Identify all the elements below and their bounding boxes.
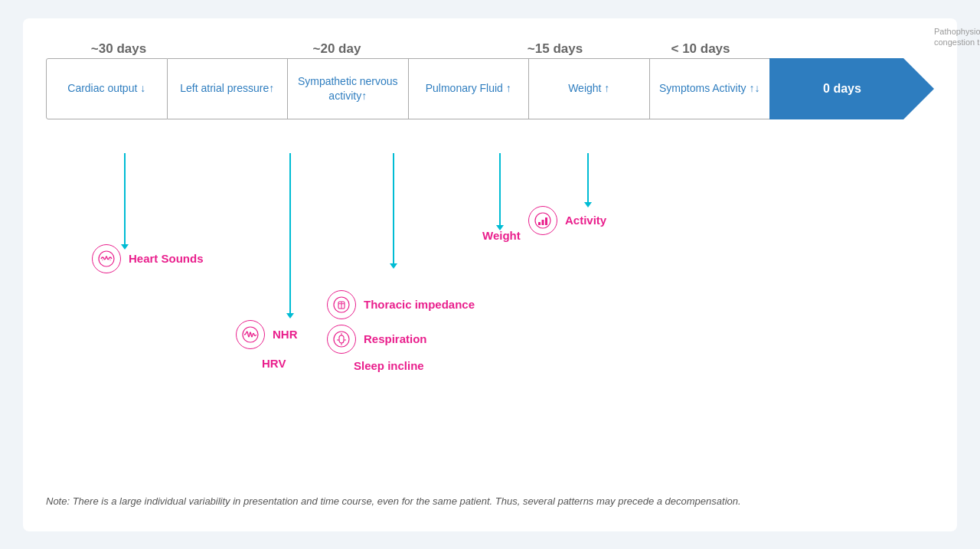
arrow-label: 0 days (769, 82, 915, 96)
heart-sounds-indicator: Heart Sounds (92, 244, 204, 273)
time-label-30: ~30 days (46, 41, 191, 57)
line-sympathetic (289, 153, 291, 314)
slide: ~30 days ~20 day ~15 days < 10 days 0 da… (23, 18, 957, 531)
segment-pulmonary: Pulmonary Fluid ↑ (409, 58, 530, 119)
time-label-0: 0 days (773, 41, 934, 57)
thoracic-icon (327, 290, 356, 319)
respiration-label: Respiration (364, 332, 427, 345)
pathophysiology-label: Pathophysiology of congestion timeline¹ (934, 26, 980, 48)
weight-indicator: Weight (482, 229, 521, 243)
sleep-label: Sleep incline (354, 359, 424, 372)
line-activity (587, 153, 589, 203)
weight-label: Weight (482, 229, 521, 242)
thoracic-label: Thoracic impedance (364, 298, 475, 311)
segment-sympathetic: Sympathetic nervous activity↑ (288, 58, 409, 119)
line-cardiac (124, 153, 126, 245)
time-label-20: ~20 day (191, 41, 482, 57)
time-label-15: ~15 days (482, 41, 628, 57)
note-text: Note: There is a large individual variab… (46, 494, 934, 510)
blue-arrow: 0 days (769, 58, 934, 119)
svg-rect-16 (542, 220, 544, 225)
sleep-indicator: Sleep incline (354, 359, 424, 373)
heart-sounds-label: Heart Sounds (129, 252, 204, 265)
svg-rect-9 (339, 335, 344, 343)
hrv-label: HRV (262, 357, 286, 370)
line-weight (499, 153, 501, 226)
segment-weight: Weight ↑ (529, 58, 650, 119)
activity-label: Activity (565, 214, 606, 227)
respiration-indicator: Respiration (327, 325, 427, 354)
respiration-icon (327, 325, 356, 354)
svg-rect-17 (545, 217, 547, 225)
activity-indicator: Activity (528, 206, 606, 235)
nhr-icon (236, 320, 265, 349)
timeline-container: ~30 days ~20 day ~15 days < 10 days 0 da… (46, 41, 934, 119)
segment-symptoms: Symptoms Activity ↑↓ (650, 58, 770, 119)
line-pulmonary (393, 153, 394, 264)
time-label-10: < 10 days (628, 41, 773, 57)
thoracic-indicator: Thoracic impedance (327, 290, 475, 319)
hrv-indicator: HRV (262, 357, 286, 371)
segment-atrial: Left atrial pressure↑ (168, 58, 289, 119)
nhr-indicator: NHR (236, 320, 298, 349)
svg-rect-15 (538, 222, 541, 225)
activity-icon (528, 206, 557, 235)
nhr-label: NHR (273, 328, 298, 341)
heart-sounds-icon (92, 244, 121, 273)
segment-cardiac: Cardiac output ↓ (46, 58, 168, 119)
